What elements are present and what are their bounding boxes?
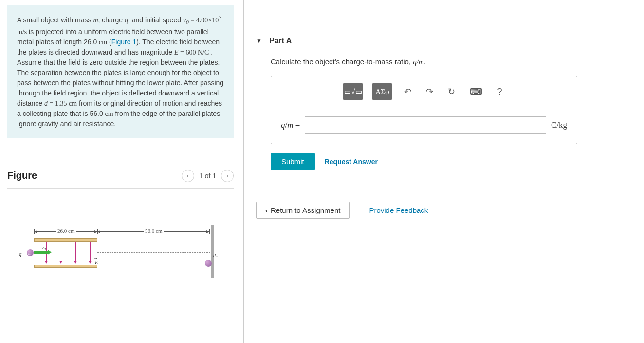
keyboard-icon[interactable]: ⌨ [467,84,485,99]
undo-icon[interactable]: ↶ [401,84,414,99]
redo-icon[interactable]: ↷ [423,84,436,99]
part-a-title: Part A [269,37,292,45]
collapse-icon: ▼ [256,38,262,44]
figure-page-indicator: 1 of 1 [199,172,216,180]
chevron-left-icon: ‹ [265,206,268,214]
part-a-header[interactable]: ▼ Part A [256,29,634,53]
answer-unit: C/kg [551,120,567,130]
figure-next-button[interactable]: › [221,170,234,182]
figure-prev-button[interactable]: ‹ [182,170,194,182]
provide-feedback-link[interactable]: Provide Feedback [369,206,428,214]
reset-icon[interactable]: ↻ [445,84,458,99]
submit-button[interactable]: Submit [271,153,315,170]
figure-link[interactable]: Figure 1 [111,38,136,46]
templates-button[interactable]: ▭√▭ [343,83,363,100]
figure-diagram: 26.0 cm 56.0 cm q m v0 →E d↕ [22,223,229,286]
figure-title: Figure [7,170,37,181]
request-answer-link[interactable]: Request Answer [325,158,378,166]
problem-statement: A small object with mass m, charge q, an… [7,5,234,138]
help-icon[interactable]: ? [494,85,505,99]
part-a-instruction: Calculate the object's charge-to-mass ra… [256,53,634,76]
greek-button[interactable]: ΑΣφ [372,83,392,100]
answer-input[interactable] [305,116,546,134]
answer-lhs: q/m = [281,120,300,130]
return-button[interactable]: ‹ Return to Assignment [256,202,350,219]
